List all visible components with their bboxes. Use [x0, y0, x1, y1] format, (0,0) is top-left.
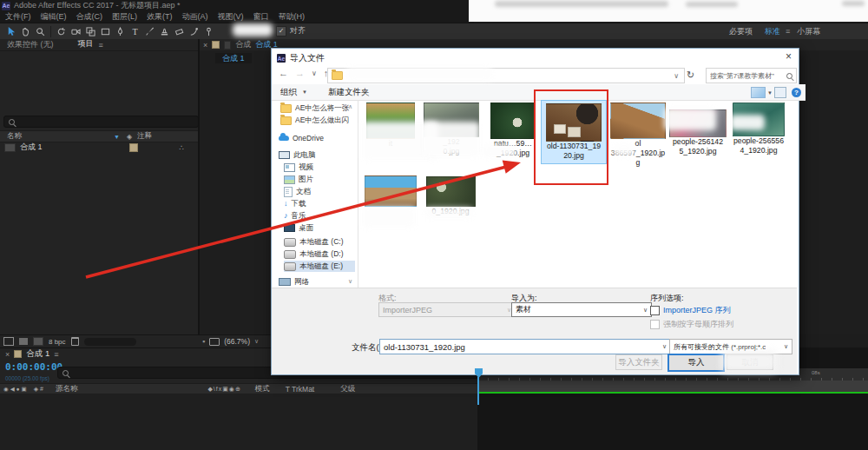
roto-brush-tool-icon[interactable]: [187, 24, 201, 39]
chevron-down-icon[interactable]: ∨: [254, 338, 259, 345]
panel-menu-icon[interactable]: ≡: [54, 350, 58, 359]
magnify-icon[interactable]: ▪: [202, 337, 205, 346]
menu-composition[interactable]: 合成(C): [76, 11, 103, 23]
window-title: Adobe After Effects CC 2017 - 无标题项目.aep …: [14, 0, 180, 11]
new-folder-icon[interactable]: [19, 338, 28, 345]
timeline-tab[interactable]: 合成 1: [26, 348, 49, 360]
sidebar-documents[interactable]: 文档: [284, 186, 311, 197]
sidebar-folder-2[interactable]: AE中怎么做出闪: [280, 115, 349, 126]
censor-blur: [423, 122, 480, 156]
sidebar-pictures[interactable]: 图片: [284, 174, 313, 185]
menu-help[interactable]: 帮助(H): [279, 11, 306, 23]
checkbox-icon[interactable]: [650, 306, 660, 315]
import-button[interactable]: 导入: [667, 354, 725, 372]
layer-switch-icons[interactable]: ◆\fx▣◉⊕: [207, 386, 240, 393]
workspace-small-screen[interactable]: 小屏幕: [797, 26, 820, 37]
back-icon[interactable]: ←: [279, 68, 288, 78]
organize-button[interactable]: 组织: [280, 87, 297, 98]
zoom-tool-icon[interactable]: [33, 24, 48, 39]
sidebar-disk-e[interactable]: 本地磁盘 (E:): [284, 261, 355, 272]
close-icon[interactable]: ×: [5, 350, 10, 359]
workspace-essentials[interactable]: 必要项: [729, 26, 753, 37]
filename-input[interactable]: old-1130731_1920.jpg ∨: [379, 339, 671, 354]
scroll-up-icon[interactable]: ∧: [348, 103, 352, 110]
pen-tool-icon[interactable]: [113, 24, 128, 39]
sidebar-disk-d[interactable]: 本地磁盘 (D:): [284, 248, 344, 260]
view-chevron-icon[interactable]: ▼: [767, 90, 773, 96]
sidebar-this-pc[interactable]: 此电脑: [279, 149, 316, 161]
panel-menu-icon[interactable]: ≡: [99, 41, 103, 50]
puppet-pin-tool-icon[interactable]: [201, 24, 216, 39]
pan-behind-tool-icon[interactable]: [83, 24, 98, 39]
sequence-jpeg-option[interactable]: ImporterJPEG 序列: [650, 305, 731, 316]
work-area-band[interactable]: [477, 381, 868, 392]
menu-view[interactable]: 视图(V): [218, 11, 244, 23]
column-trkmat[interactable]: T TrkMat: [286, 385, 314, 394]
tab-effect-controls[interactable]: 效果控件 (无): [7, 39, 54, 50]
tab-project[interactable]: 项目: [78, 38, 94, 51]
sidebar-videos[interactable]: 视频: [284, 162, 313, 173]
brush-tool-icon[interactable]: [142, 24, 157, 39]
menu-layer[interactable]: 图层(L): [112, 11, 137, 23]
comp-viewer-tab[interactable]: 合成 1: [215, 53, 252, 63]
menu-effect[interactable]: 效果(T): [147, 11, 173, 23]
snap-toggle[interactable]: ✓ 对齐: [276, 25, 306, 36]
text-tool-icon[interactable]: T: [128, 24, 142, 39]
forward-icon[interactable]: →: [295, 68, 305, 78]
sidebar-disk-c[interactable]: 本地磁盘 (C:): [284, 236, 344, 248]
sidebar-folder-1[interactable]: AE中怎么将一张: [280, 103, 349, 114]
preview-pane-icon[interactable]: [774, 87, 786, 98]
flowchart-pill[interactable]: [84, 338, 136, 346]
address-chevron-icon[interactable]: ∨: [674, 72, 679, 80]
sidebar-music[interactable]: ♪音乐: [284, 210, 306, 222]
menu-file[interactable]: 文件(F): [5, 11, 31, 23]
history-chevron-icon[interactable]: ∨: [312, 69, 317, 77]
menu-edit[interactable]: 编辑(E): [41, 11, 67, 23]
workspace-standard[interactable]: 标准: [765, 26, 780, 37]
view-mode-icon[interactable]: [751, 87, 766, 98]
av-features-icons[interactable]: ◉◀●▣: [3, 386, 29, 393]
sidebar-onedrive[interactable]: OneDrive: [279, 132, 324, 143]
column-comment[interactable]: 注释: [137, 131, 152, 142]
scroll-down-icon[interactable]: ∨: [348, 278, 352, 285]
search-box[interactable]: 搜索"第7课教学素材": [706, 68, 797, 83]
import-as-select[interactable]: 素材∨: [511, 302, 652, 317]
selection-tool-icon[interactable]: [3, 24, 18, 39]
project-item-comp1[interactable]: 合成 1 ∴: [0, 142, 198, 153]
eraser-tool-icon[interactable]: [172, 24, 187, 39]
sort-icon[interactable]: ▼: [114, 134, 120, 140]
sidebar-network[interactable]: 网络: [279, 276, 309, 288]
column-name[interactable]: 名称: [7, 131, 22, 142]
menu-animation[interactable]: 动画(A): [182, 11, 208, 23]
dialog-close-icon[interactable]: ×: [786, 50, 792, 63]
menu-icon[interactable]: ≡: [786, 27, 790, 36]
trash-icon[interactable]: [71, 337, 79, 346]
lock-icon[interactable]: [224, 41, 231, 50]
help-icon[interactable]: ?: [792, 88, 801, 97]
interpret-footage-icon[interactable]: [3, 337, 14, 346]
project-search-input[interactable]: [3, 116, 199, 128]
rotate-tool-icon[interactable]: [54, 24, 69, 39]
refresh-icon[interactable]: ↻: [687, 69, 694, 81]
clone-stamp-tool-icon[interactable]: [157, 24, 172, 39]
label-number-icons[interactable]: ◈ #: [34, 386, 43, 393]
camera-tool-icon[interactable]: [69, 24, 83, 39]
comp-usage-icon: ∴: [180, 143, 185, 152]
sidebar-desktop[interactable]: 桌面: [284, 222, 313, 234]
file-tile[interactable]: ol 386597_1920.jp g: [608, 103, 667, 168]
zoom-level[interactable]: (66.7%): [224, 337, 250, 346]
hand-tool-icon[interactable]: [18, 24, 33, 39]
mask-shape-tool-icon[interactable]: [98, 24, 113, 39]
menu-window[interactable]: 窗口: [253, 11, 269, 23]
current-timecode[interactable]: 0:00:00:00: [5, 361, 62, 373]
file-tile[interactable]: [360, 175, 421, 207]
new-comp-icon[interactable]: [33, 337, 43, 346]
tag-icon[interactable]: ◈: [127, 133, 132, 141]
label-color-swatch[interactable]: [129, 143, 138, 152]
resolution-icon[interactable]: [209, 338, 220, 346]
close-icon[interactable]: ×: [203, 41, 207, 50]
new-folder-button[interactable]: 新建文件夹: [328, 87, 370, 98]
bpc-indicator[interactable]: 8 bpc: [49, 338, 66, 346]
comp-panel-title[interactable]: 合成: [235, 39, 251, 50]
sidebar-downloads[interactable]: ↓下载: [284, 198, 306, 209]
